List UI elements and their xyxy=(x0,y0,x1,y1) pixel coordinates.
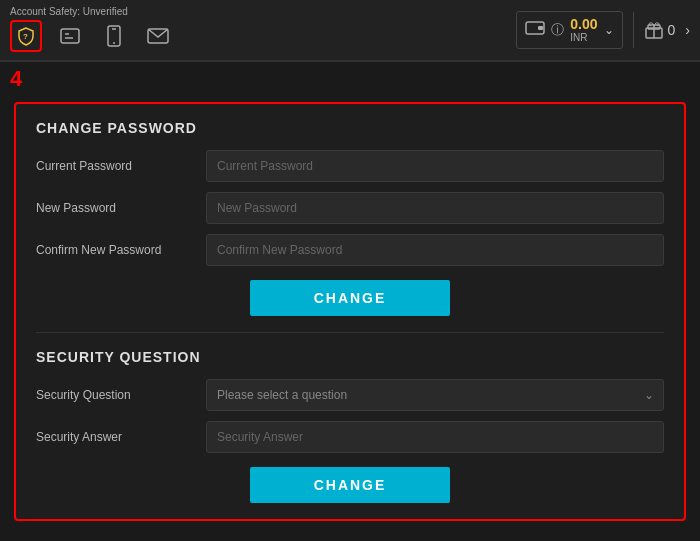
new-password-row: New Password xyxy=(36,192,664,224)
wallet-dropdown-arrow[interactable]: ⌄ xyxy=(604,23,614,37)
security-question-title: SECURITY QUESTION xyxy=(36,349,664,365)
confirm-password-row: Confirm New Password xyxy=(36,234,664,266)
gift-section[interactable]: 0 xyxy=(644,20,676,40)
security-answer-input[interactable] xyxy=(206,421,664,453)
change-password-button[interactable]: CHANGE xyxy=(250,280,450,316)
phone-nav-icon[interactable] xyxy=(98,20,130,52)
confirm-password-label: Confirm New Password xyxy=(36,243,206,257)
wallet-icon xyxy=(525,20,545,40)
wallet-amount: 0.00 xyxy=(570,16,597,33)
svg-rect-1 xyxy=(61,29,79,43)
account-safety-panel: CHANGE PASSWORD Current Password New Pas… xyxy=(14,102,686,521)
security-question-row: Security Question Please select a questi… xyxy=(36,379,664,411)
change-password-title: CHANGE PASSWORD xyxy=(36,120,664,136)
chevron-right-icon[interactable]: › xyxy=(685,22,690,38)
email-nav-icon[interactable] xyxy=(142,20,174,52)
change-password-section: CHANGE PASSWORD Current Password New Pas… xyxy=(36,120,664,316)
svg-rect-9 xyxy=(538,26,543,30)
security-question-select-wrapper: Please select a question What is your mo… xyxy=(206,379,664,411)
page-number: 4 xyxy=(0,62,700,96)
security-question-select[interactable]: Please select a question What is your mo… xyxy=(206,379,664,411)
current-password-label: Current Password xyxy=(36,159,206,173)
gift-count: 0 xyxy=(668,22,676,38)
current-password-input[interactable] xyxy=(206,150,664,182)
vertical-divider xyxy=(633,12,634,48)
change-security-button[interactable]: CHANGE xyxy=(250,467,450,503)
security-nav-icon[interactable]: ? xyxy=(10,20,42,52)
wallet-currency: INR xyxy=(570,32,587,44)
new-password-input[interactable] xyxy=(206,192,664,224)
wallet-section[interactable]: ⓘ 0.00 INR ⌄ xyxy=(516,11,622,50)
section-divider xyxy=(36,332,664,333)
gift-icon xyxy=(644,20,664,40)
svg-text:?: ? xyxy=(23,32,28,41)
security-question-section: SECURITY QUESTION Security Question Plea… xyxy=(36,349,664,503)
profile-nav-icon[interactable] xyxy=(54,20,86,52)
info-icon: ⓘ xyxy=(551,21,564,39)
new-password-label: New Password xyxy=(36,201,206,215)
confirm-password-input[interactable] xyxy=(206,234,664,266)
account-safety-label: Account Safety: Unverified xyxy=(10,6,128,17)
security-answer-row: Security Answer xyxy=(36,421,664,453)
current-password-row: Current Password xyxy=(36,150,664,182)
security-answer-label: Security Answer xyxy=(36,430,206,444)
svg-point-5 xyxy=(113,42,115,44)
security-question-label: Security Question xyxy=(36,388,206,402)
